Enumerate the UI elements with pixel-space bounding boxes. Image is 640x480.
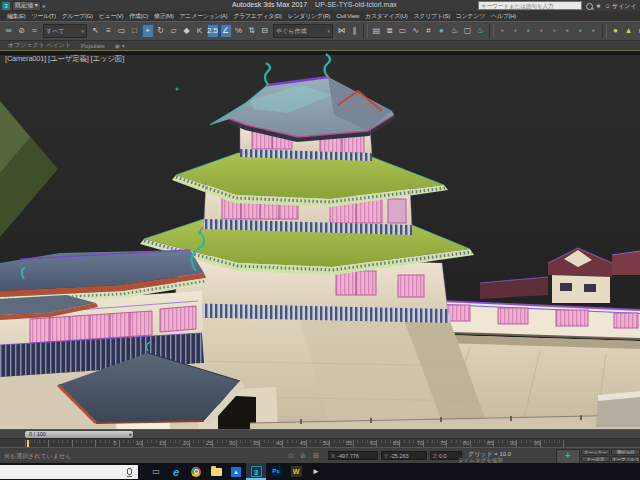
menu-item[interactable]: アニメーション(A) (176, 12, 230, 21)
coord-y-field[interactable]: Y:-25.263 (381, 451, 427, 460)
coord-x-field[interactable]: X:-497.776 (328, 451, 378, 460)
custom-tool-icon-8[interactable]: ▪ (588, 24, 600, 38)
select-by-name-icon[interactable]: ≡ (103, 24, 115, 38)
tab-populate[interactable]: Populate (81, 43, 105, 49)
rendered-frame-icon[interactable]: ▢ (462, 24, 474, 38)
selection-set-dropdown[interactable]: 選択項目 (611, 449, 640, 455)
scene-explorer-icon[interactable]: ▤ (371, 24, 383, 38)
keyboard-override-icon[interactable]: K (194, 24, 206, 38)
selection-lock-icon[interactable]: ⊘ (300, 452, 306, 460)
3dsmax-logo-icon[interactable]: 3 (2, 2, 10, 10)
named-selection-sets-dropdown[interactable]: やぐら作成▾ (273, 24, 333, 38)
frame-number-label: 55 (346, 440, 353, 446)
custom-tool-icon-6[interactable]: ▪ (562, 24, 574, 38)
custom-tool-icon-3[interactable]: ▪ (523, 24, 535, 38)
custom-tool-icon-7[interactable]: ▪ (575, 24, 587, 38)
menu-item[interactable]: 作成(C) (126, 12, 151, 21)
menu-item[interactable]: カスタマイズ(U) (362, 12, 410, 21)
menu-item[interactable]: グループ(G) (59, 12, 96, 21)
percent-snap-icon[interactable]: % (233, 24, 245, 38)
spinner-snap-icon[interactable]: ⇅ (246, 24, 258, 38)
search-icon[interactable] (586, 3, 593, 10)
material-editor-icon[interactable]: ● (436, 24, 448, 38)
select-and-rotate-icon[interactable]: ↻ (155, 24, 167, 38)
window-crossing-icon[interactable]: □ (129, 24, 141, 38)
menu-item[interactable]: ツール(T) (29, 12, 59, 21)
select-and-manipulate-icon[interactable]: ◆ (181, 24, 193, 38)
menu-item[interactable]: コンテンツ (453, 12, 488, 21)
microphone-icon[interactable] (127, 468, 132, 475)
curve-editor-icon[interactable]: ∿ (410, 24, 422, 38)
key-filters-button[interactable]: キーフィルタ... (611, 456, 640, 462)
custom-tool-icon-5[interactable]: ▪ (549, 24, 561, 38)
photoshop-icon[interactable]: Ps (266, 463, 286, 480)
isolate-selection-icon[interactable]: ⊙ (288, 452, 294, 460)
next-frame-icon[interactable]: ▸ (129, 431, 132, 438)
frame-number-label: 70 (417, 440, 424, 446)
render-setup-icon[interactable]: ♨ (449, 24, 461, 38)
set-keys-button[interactable]: + (556, 449, 580, 464)
favorites-star-icon[interactable]: ★ (594, 2, 603, 10)
mirror-icon[interactable]: ⋈ (336, 24, 348, 38)
primitive-cone-icon[interactable]: ▲ (623, 24, 635, 38)
angle-snap-icon[interactable]: ∠ (220, 24, 232, 38)
select-object-icon[interactable]: ↖ (90, 24, 102, 38)
app-w-icon[interactable]: W (286, 463, 306, 480)
edit-named-sets-icon[interactable]: ⊟ (259, 24, 271, 38)
align-icon[interactable]: ∥ (349, 24, 361, 38)
time-slider-track[interactable]: 0 / 100 ▸ (0, 429, 640, 438)
render-production-icon[interactable]: ♨ (475, 24, 487, 38)
menu-item[interactable]: スクリプト(S) (411, 12, 453, 21)
select-and-scale-icon[interactable]: ▱ (168, 24, 180, 38)
quick-access-expand-icon[interactable]: ▸ (43, 2, 46, 9)
3ds-max-icon[interactable]: 3 (246, 463, 266, 480)
tab-object-paint[interactable]: オブジェクト ペイント (8, 41, 71, 50)
menu-item[interactable]: ヘルプ(H) (488, 12, 519, 21)
set-key-button[interactable]: キー設定 (581, 456, 610, 462)
menu-item[interactable]: レンダリング(R) (285, 12, 333, 21)
frame-number-label: 25 (206, 440, 213, 446)
send-app-icon[interactable]: ► (306, 463, 326, 480)
unlink-selection-icon[interactable]: ⊘ (16, 24, 28, 38)
select-and-move-icon[interactable]: + (142, 24, 154, 38)
custom-tool-icon-1[interactable]: ▪ (497, 24, 509, 38)
select-and-link-icon[interactable]: ∞ (3, 24, 15, 38)
ribbon-toggle-icon[interactable]: ▭ (397, 24, 409, 38)
workspace-dropdown[interactable]: 既定値 ▾ (12, 1, 41, 11)
photos-app-icon[interactable]: ▲ (226, 463, 246, 480)
frame-number-label: 80 (463, 440, 470, 446)
snaps-toggle-2-5-icon[interactable]: 2.5 (207, 24, 219, 38)
time-slider-handle[interactable]: 0 / 100 ▸ (25, 431, 133, 438)
menu-item[interactable]: Civil View (333, 13, 362, 19)
selection-region-icon[interactable]: ▭ (116, 24, 128, 38)
file-explorer-icon[interactable] (206, 463, 226, 480)
absolute-mode-icon[interactable]: ⊞ (313, 452, 319, 460)
bind-to-spacewarp-icon[interactable]: ≈ (29, 24, 41, 38)
schematic-view-icon[interactable]: # (423, 24, 435, 38)
custom-tool-icon-2[interactable]: ▪ (510, 24, 522, 38)
viewport[interactable]: [Camera001] [ユーザ定義] [エッジ面] (0, 51, 640, 429)
task-view-button[interactable]: ▭ (146, 463, 166, 480)
primitive-sphere-icon[interactable]: ● (610, 24, 622, 38)
menu-item[interactable]: ビュー(V) (96, 12, 126, 21)
edge-icon[interactable]: e (166, 463, 186, 480)
layer-explorer-icon[interactable]: ≣ (384, 24, 396, 38)
selection-filter-dropdown[interactable]: すべて▾ (43, 24, 87, 38)
user-account-icon[interactable]: ☺ (603, 2, 612, 10)
taskbar-search-box[interactable] (0, 465, 138, 479)
primitive-box-icon[interactable]: ■ (636, 24, 640, 38)
trackbar-ruler[interactable]: 5101520253035404550556065707580859095 (0, 438, 640, 447)
menu-item[interactable]: 修正(M) (151, 12, 177, 21)
ribbon-config-icon[interactable]: ◉ ▾ (115, 42, 125, 49)
viewport-canvas[interactable] (0, 51, 640, 429)
main-toolbar: ∞⊘≈すべて▾↖≡▭□+↻▱◆K2.5∠%⇅⊟やぐら作成▾⋈∥▤≣▭∿#●♨▢♨… (0, 21, 640, 41)
menu-item[interactable]: 編集(E) (4, 12, 29, 21)
chrome-icon[interactable] (186, 463, 206, 480)
app-glyph (191, 467, 201, 477)
viewport-label[interactable]: [Camera001] [ユーザ定義] [エッジ面] (5, 54, 124, 64)
menu-item[interactable]: グラフエディタ(D) (230, 12, 284, 21)
custom-tool-icon-4[interactable]: ▪ (536, 24, 548, 38)
trackbar-ticks (25, 439, 565, 447)
auto-key-button[interactable]: オートキー (581, 449, 610, 455)
help-search-input[interactable] (478, 1, 582, 10)
